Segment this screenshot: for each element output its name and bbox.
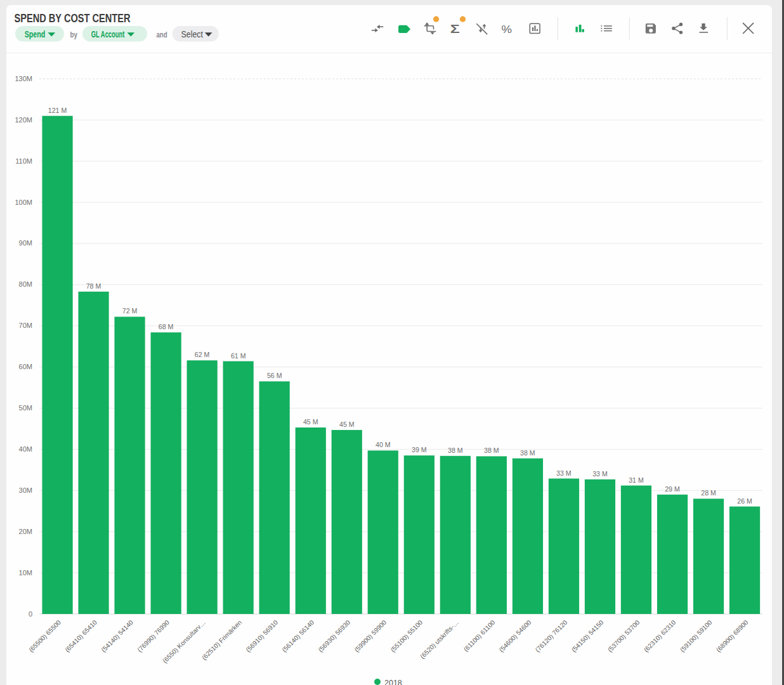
svg-text:62 M: 62 M xyxy=(195,351,210,358)
svg-text:30M: 30M xyxy=(19,486,32,494)
svg-text:20M: 20M xyxy=(19,528,32,535)
svg-text:31 M: 31 M xyxy=(629,476,644,484)
svg-text:(62310) 62310: (62310) 62310 xyxy=(643,618,677,653)
svg-text:121 M: 121 M xyxy=(48,107,67,114)
svg-text:Σ: Σ xyxy=(450,22,460,36)
svg-text:(76990) 76990: (76990) 76990 xyxy=(136,618,171,653)
svg-text:90M: 90M xyxy=(19,239,32,247)
svg-text:and: and xyxy=(156,30,167,39)
svg-text:38 M: 38 M xyxy=(520,449,535,457)
svg-text:2018: 2018 xyxy=(384,679,402,685)
svg-text:(6520) utskrifts-…: (6520) utskrifts-… xyxy=(419,619,460,660)
svg-text:(54150) 54150: (54150) 54150 xyxy=(570,618,605,653)
svg-text:45 M: 45 M xyxy=(339,421,355,428)
svg-text:26 M: 26 M xyxy=(737,497,752,505)
svg-text:40M: 40M xyxy=(19,445,32,453)
svg-text:33 M: 33 M xyxy=(592,470,608,478)
svg-text:80M: 80M xyxy=(19,280,32,288)
svg-text:38 M: 38 M xyxy=(448,447,463,454)
svg-text:70M: 70M xyxy=(19,322,32,329)
svg-text:100M: 100M xyxy=(15,199,32,206)
svg-text:120M: 120M xyxy=(15,116,32,124)
svg-text:(54600) 54600: (54600) 54600 xyxy=(498,618,533,653)
svg-text:(61100) 61100: (61100) 61100 xyxy=(462,618,497,653)
svg-text:%: % xyxy=(502,23,513,36)
svg-text:SPEND BY COST CENTER: SPEND BY COST CENTER xyxy=(15,11,131,25)
svg-text:(59100) 59100: (59100) 59100 xyxy=(679,618,714,653)
svg-text:(53700) 53700: (53700) 53700 xyxy=(606,618,641,653)
svg-text:Select: Select xyxy=(181,29,204,39)
svg-text:(62510) Frimärken: (62510) Frimärken xyxy=(200,619,243,662)
svg-text:45 M: 45 M xyxy=(303,418,318,426)
svg-text:(68900) 68900: (68900) 68900 xyxy=(715,618,750,653)
svg-text:68 M: 68 M xyxy=(159,323,174,330)
svg-text:0: 0 xyxy=(29,610,32,618)
svg-text:(56140) 56140: (56140) 56140 xyxy=(280,618,315,653)
svg-text:33 M: 33 M xyxy=(556,469,572,477)
svg-text:56 M: 56 M xyxy=(267,372,282,379)
svg-text:50M: 50M xyxy=(19,404,32,412)
svg-text:(65410) 65410: (65410) 65410 xyxy=(63,618,98,653)
svg-text:(76120) 76120: (76120) 76120 xyxy=(534,618,569,653)
svg-text:(56910) 56910: (56910) 56910 xyxy=(244,618,279,653)
svg-text:40 M: 40 M xyxy=(376,441,391,448)
svg-text:10M: 10M xyxy=(19,569,32,577)
svg-text:110M: 110M xyxy=(15,157,32,165)
svg-text:72 M: 72 M xyxy=(122,307,138,315)
svg-text:61 M: 61 M xyxy=(231,352,246,360)
svg-text:28 M: 28 M xyxy=(701,489,716,497)
svg-text:GL Account: GL Account xyxy=(91,29,125,39)
svg-text:(59900) 59900: (59900) 59900 xyxy=(353,618,388,653)
svg-text:(55100) 55100: (55100) 55100 xyxy=(389,618,424,653)
svg-text:39 M: 39 M xyxy=(412,446,427,453)
svg-text:78 M: 78 M xyxy=(86,282,101,290)
svg-text:by: by xyxy=(70,30,78,39)
svg-text:(56930) 56930: (56930) 56930 xyxy=(317,618,352,653)
svg-text:38 M: 38 M xyxy=(484,447,499,454)
svg-text:60M: 60M xyxy=(19,363,32,370)
svg-text:(54140) 54140: (54140) 54140 xyxy=(100,618,134,653)
svg-text:(65500) 65500: (65500) 65500 xyxy=(27,618,62,653)
svg-text:29 M: 29 M xyxy=(665,485,680,493)
svg-text:130M: 130M xyxy=(15,75,32,82)
svg-text:Spend: Spend xyxy=(25,29,45,39)
